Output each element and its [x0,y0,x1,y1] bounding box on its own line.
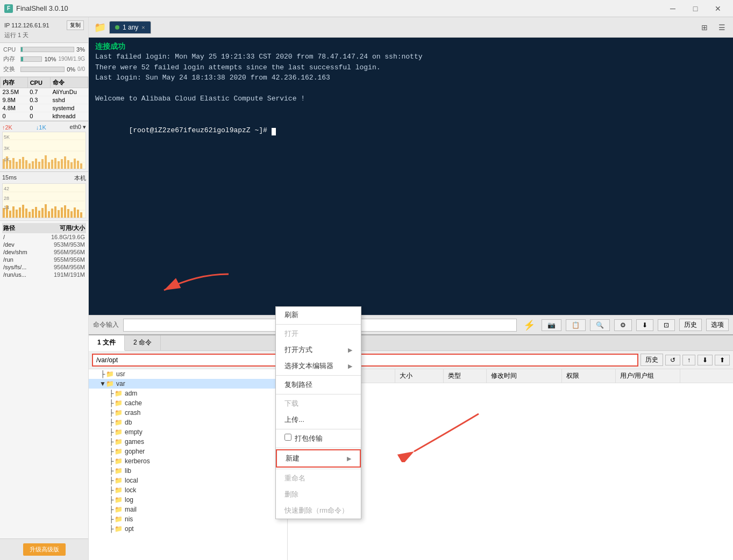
file-manager: 历史 ↺ ↑ ⬇ ⬆ ├📁usr▼📁var├📁adm├📁cache├📁crash… [89,351,733,560]
tree-node-log[interactable]: ├📁log [89,495,287,505]
ctx-new[interactable]: 新建▶ [276,449,361,468]
tree-toggle-log: ├ [108,496,115,504]
settings-btn[interactable]: ⚙ [614,319,632,331]
tree-node-gopher[interactable]: ├📁gopher [89,447,287,456]
tab-close-button[interactable]: × [141,24,145,31]
tree-toggle-adm: ├ [108,390,115,397]
file-history-btn[interactable]: 历史 [641,354,663,366]
file-content-area: ├📁usr▼📁var├📁adm├📁cache├📁crash├📁db├📁empty… [89,369,733,560]
search-btn[interactable]: 🔍 [590,319,610,331]
col-mtime[interactable]: 修改时间 [487,369,562,383]
toolbar-right: ⊞ ☰ [698,20,729,34]
tree-node-adm[interactable]: ├📁adm [89,389,287,398]
col-cpu[interactable]: CPU [27,77,50,88]
svg-rect-11 [29,163,31,169]
tree-node-label-kerberos: kerberos [125,457,150,465]
tree-node-var[interactable]: ▼📁var [89,379,287,389]
terminal-area[interactable]: 连接成功 Last failed login: Mon May 25 19:21… [89,38,733,315]
upgrade-button[interactable]: 升级高级版 [23,543,66,556]
grid-icon-button[interactable]: ⊞ [698,20,711,34]
tree-node-local[interactable]: ├📁local [89,476,287,485]
fs-item[interactable]: /dev/shm956M/956M [2,248,86,256]
copy-btn[interactable]: 📋 [566,319,586,331]
tree-node-usr[interactable]: ├📁usr [89,369,287,379]
tree-node-nis[interactable]: ├📁nis [89,514,287,524]
col-size[interactable]: 大小 [395,369,444,383]
folder-icon-var: 📁 [106,380,114,387]
tree-node-empty[interactable]: ├📁empty [89,427,287,437]
col-type[interactable]: 类型 [444,369,487,383]
fs-path-header: 路径 [3,224,15,232]
tree-node-lib[interactable]: ├📁lib [89,466,287,476]
file-up-btn[interactable]: ↑ [682,355,695,365]
tree-node-games[interactable]: ├📁games [89,437,287,447]
col-user[interactable]: 用户/用户组 [616,369,680,383]
ctx-copy-path[interactable]: 复制路径 [276,377,361,393]
folder-icon-mail: 📁 [115,506,123,513]
sidebar: IP 112.126.61.91 复制 运行 1 天 CPU 3% 内存 10%… [0,17,89,560]
fs-item[interactable]: /dev953M/953M [2,241,86,248]
ctx-pack-transfer[interactable]: 打包传输 [276,430,361,447]
tree-node-mail[interactable]: ├📁mail [89,505,287,514]
net-iface-label: eth0 ▾ [70,124,86,131]
folder-icon-button[interactable]: 📁 [93,20,107,34]
terminal-line-4 [95,83,727,94]
tree-node-opt[interactable]: ├📁opt [89,524,287,534]
ctx-text-editor[interactable]: 选择文本编辑器▶ [276,358,361,374]
folder-icon-kerberos: 📁 [115,457,123,465]
pack-transfer-checkbox[interactable] [284,434,291,441]
copy-ip-button[interactable]: 复制 [67,20,84,30]
tree-toggle-nis: ├ [108,515,115,523]
svg-rect-41 [25,209,27,218]
fs-item[interactable]: /sys/fs/...956M/956M [2,263,86,271]
folder-icon-lib: 📁 [115,467,123,475]
net-up-label: ↑2K [2,124,12,131]
maximize-button[interactable]: □ [685,1,706,16]
fs-item[interactable]: /16.8G/19.6G [2,233,86,241]
svg-rect-56 [74,207,76,218]
col-mem[interactable]: 内存 [1,77,28,88]
file-upload-btn[interactable]: ⬆ [715,355,730,365]
cmd-options-btn[interactable]: 选项 [706,319,729,331]
col-perm[interactable]: 权限 [562,369,616,383]
col-cmd[interactable]: 命令 [51,77,88,88]
tree-node-cache[interactable]: ├📁cache [89,398,287,408]
menu-icon-button[interactable]: ☰ [715,20,729,34]
fs-item[interactable]: /run/us...191M/191M [2,271,86,278]
download-icon-btn[interactable]: ⬇ [636,319,653,331]
tree-node-label-adm: adm [125,390,137,397]
screenshot-btn[interactable]: 📷 [542,319,561,331]
fullscreen-btn[interactable]: ⊡ [658,319,675,331]
terminal-cursor [272,128,276,135]
file-download-btn[interactable]: ⬇ [698,355,713,365]
svg-text:1K: 1K [4,157,10,162]
minimize-button[interactable]: ─ [662,1,684,16]
fs-item[interactable]: /run955M/956M [2,256,86,263]
cpu-bar [21,47,23,52]
tree-node-label-crash: crash [125,409,140,417]
cmd-history-btn[interactable]: 历史 [679,319,702,331]
tree-node-lock[interactable]: ├📁lock [89,485,287,495]
net-header: ↑2K ↓1K eth0 ▾ [2,124,86,131]
ctx-open-with[interactable]: 打开方式▶ [276,342,361,358]
file-toolbar: 历史 ↺ ↑ ⬇ ⬆ [89,351,733,369]
ctx-upload[interactable]: 上传... [276,412,361,428]
svg-text:5K: 5K [4,134,10,140]
swap-label: 交换 [3,65,18,73]
process-row: 4.8M0systemd [1,104,88,112]
tree-node-db[interactable]: ├📁db [89,418,287,427]
svg-rect-55 [70,211,73,218]
file-path-input[interactable] [92,354,638,367]
tree-node-crash[interactable]: ├📁crash [89,408,287,418]
svg-rect-57 [77,210,79,218]
bottom-tab-cmd[interactable]: 2 命令 [125,335,161,350]
ctx-refresh[interactable]: 刷新 [276,307,361,323]
close-button[interactable]: ✕ [707,1,729,16]
tree-node-kerberos[interactable]: ├📁kerberos [89,456,287,466]
file-refresh-btn[interactable]: ↺ [665,355,680,365]
context-menu: 刷新 打开 打开方式▶ 选择文本编辑器▶ 复制路径 下载 上传... 打包传输 … [275,306,361,519]
bottom-tab-file[interactable]: 1 文件 [89,335,125,351]
tree-toggle-local: ├ [108,477,115,484]
tab-1-any[interactable]: 1 any × [109,21,151,34]
svg-rect-27 [80,163,82,169]
